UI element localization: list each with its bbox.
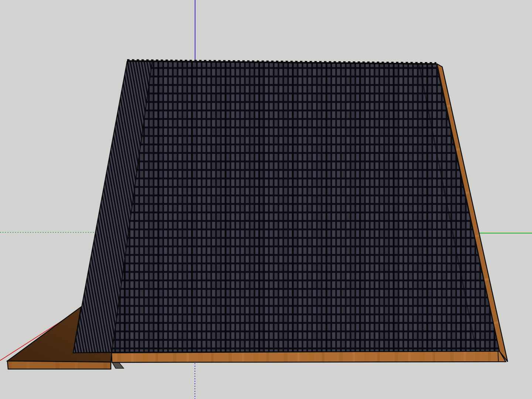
fascia-joint bbox=[498, 352, 498, 362]
viewport[interactable] bbox=[0, 0, 532, 399]
viewport-canvas[interactable] bbox=[0, 0, 532, 399]
roof-tile-surface[interactable] bbox=[112, 62, 499, 352]
plank-front-edge[interactable] bbox=[7, 361, 111, 369]
fascia-board[interactable] bbox=[112, 351, 506, 362]
